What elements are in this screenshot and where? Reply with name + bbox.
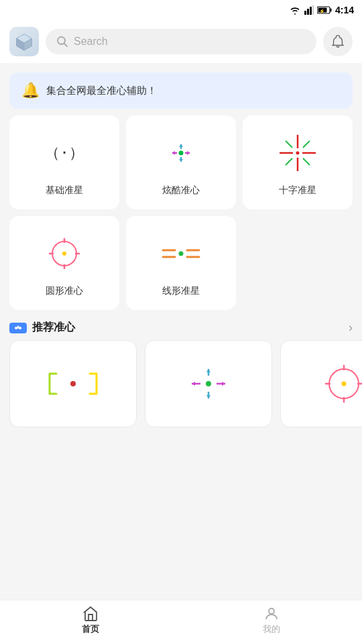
category-fancy[interactable]: 炫酷准心 bbox=[126, 115, 236, 209]
circle-crosshair-icon bbox=[41, 230, 88, 277]
svg-point-65 bbox=[269, 608, 274, 614]
category-basic[interactable]: （·） 基础准星 bbox=[9, 115, 119, 209]
bell-icon bbox=[330, 34, 345, 49]
cross-crosshair-icon bbox=[274, 129, 321, 176]
nav-home-label: 首页 bbox=[82, 623, 99, 635]
category-line[interactable]: 线形准星 bbox=[126, 216, 236, 310]
logo-cube-icon bbox=[15, 32, 34, 51]
rec-card-2[interactable] bbox=[145, 340, 272, 427]
svg-point-50 bbox=[206, 381, 211, 386]
fancy-label: 炫酷准心 bbox=[162, 184, 200, 197]
svg-rect-2 bbox=[310, 7, 312, 15]
svg-point-32 bbox=[296, 152, 300, 155]
notification-button[interactable] bbox=[323, 27, 353, 56]
battery-icon: ⚡ bbox=[317, 6, 332, 14]
rec-card-3[interactable] bbox=[280, 340, 362, 427]
logo bbox=[9, 27, 39, 56]
see-more-button[interactable]: › bbox=[349, 321, 353, 335]
banner-text: 集合全网最全准心辅助！ bbox=[46, 85, 157, 97]
recommended-title: 推荐准心 bbox=[9, 321, 75, 335]
svg-marker-56 bbox=[206, 369, 210, 372]
cross-label: 十字准星 bbox=[279, 184, 316, 197]
recommended-scroll bbox=[0, 340, 362, 437]
svg-rect-3 bbox=[312, 5, 314, 15]
svg-marker-58 bbox=[206, 395, 210, 398]
signal-icon bbox=[304, 5, 314, 15]
nav-home[interactable]: 首页 bbox=[0, 606, 181, 639]
category-circle[interactable]: 圆形准心 bbox=[9, 216, 119, 310]
rec-card-1[interactable] bbox=[9, 340, 137, 427]
clock: 4:14 bbox=[335, 5, 354, 15]
svg-line-28 bbox=[286, 141, 292, 148]
svg-point-41 bbox=[179, 252, 184, 256]
recommended-title-text: 推荐准心 bbox=[32, 321, 75, 335]
recommended-icon bbox=[9, 321, 27, 335]
svg-line-29 bbox=[303, 141, 310, 148]
svg-marker-23 bbox=[179, 159, 183, 162]
bottom-nav: 首页 我的 bbox=[0, 600, 362, 644]
svg-marker-54 bbox=[222, 382, 225, 386]
search-bar[interactable]: Search bbox=[46, 29, 316, 54]
svg-text:（·）: （·） bbox=[45, 144, 83, 161]
svg-line-13 bbox=[64, 44, 68, 47]
status-icons: ⚡ 4:14 bbox=[289, 5, 354, 15]
home-icon bbox=[82, 606, 99, 622]
nav-mine[interactable]: 我的 bbox=[181, 606, 362, 639]
svg-rect-0 bbox=[304, 11, 306, 15]
search-placeholder: Search bbox=[74, 36, 108, 48]
line-crosshair-icon bbox=[158, 230, 204, 277]
profile-icon bbox=[263, 606, 280, 622]
category-grid: （·） 基础准星 bbox=[9, 115, 353, 310]
banner-icon: 🔔 bbox=[21, 82, 40, 99]
svg-point-34 bbox=[62, 252, 66, 256]
svg-marker-19 bbox=[187, 151, 190, 155]
banner: 🔔 集合全网最全准心辅助！ bbox=[9, 72, 353, 109]
svg-line-31 bbox=[303, 158, 310, 165]
basic-label: 基础准星 bbox=[46, 184, 83, 197]
svg-point-49 bbox=[70, 381, 76, 386]
svg-text:⚡: ⚡ bbox=[318, 8, 324, 14]
svg-line-30 bbox=[286, 158, 292, 165]
svg-marker-52 bbox=[192, 382, 195, 386]
nav-mine-label: 我的 bbox=[263, 623, 280, 635]
status-bar: ⚡ 4:14 bbox=[0, 0, 362, 20]
recommended-header: 推荐准心 › bbox=[0, 310, 362, 340]
svg-marker-17 bbox=[172, 151, 175, 155]
line-label: 线形准星 bbox=[162, 285, 200, 297]
svg-rect-1 bbox=[307, 9, 309, 15]
fancy-crosshair-icon bbox=[158, 129, 204, 176]
header: Search bbox=[0, 20, 362, 63]
svg-point-48 bbox=[17, 325, 19, 327]
category-cross[interactable]: 十字准星 bbox=[243, 115, 353, 209]
svg-rect-5 bbox=[330, 9, 331, 12]
basic-crosshair-icon: （·） bbox=[41, 129, 88, 176]
svg-marker-21 bbox=[179, 144, 183, 147]
search-icon bbox=[56, 36, 68, 48]
wifi-icon bbox=[289, 5, 301, 15]
svg-point-15 bbox=[179, 151, 184, 156]
circle-label: 圆形准心 bbox=[46, 285, 83, 297]
svg-point-60 bbox=[342, 382, 347, 386]
